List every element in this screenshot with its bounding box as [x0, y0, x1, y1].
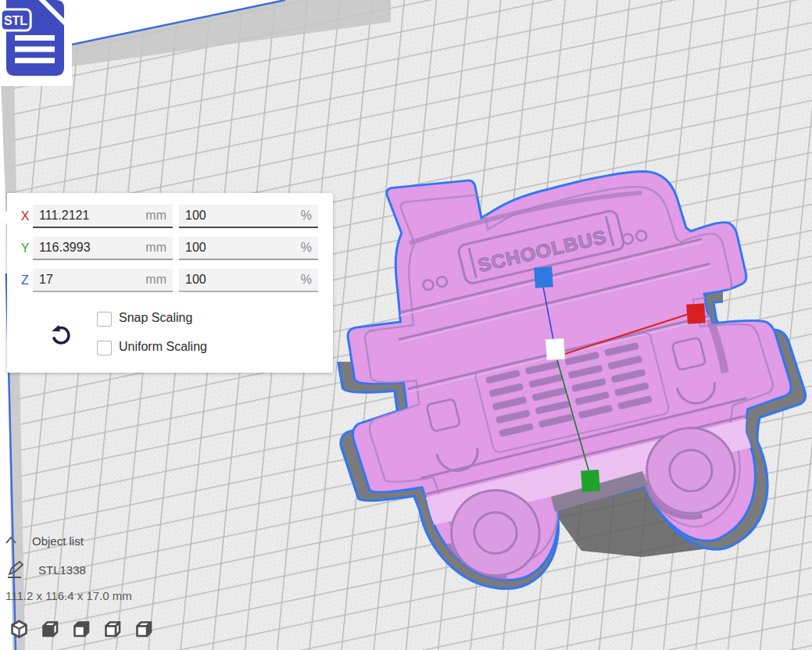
- svg-text:STL: STL: [4, 14, 27, 27]
